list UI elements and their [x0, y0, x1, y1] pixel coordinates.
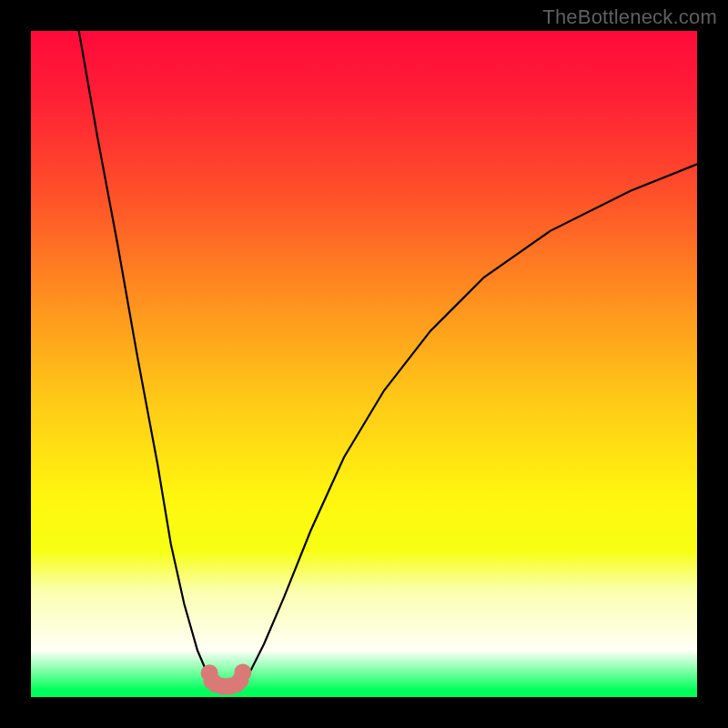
curve-left-branch — [79, 31, 215, 683]
marker-dot — [234, 663, 251, 681]
chart-frame: TheBottleneck.com — [0, 0, 728, 728]
plot-area — [31, 31, 697, 697]
chart-svg — [31, 31, 697, 697]
curve-right-branch — [241, 164, 697, 683]
watermark-text: TheBottleneck.com — [542, 5, 717, 29]
marker-cluster — [201, 663, 252, 694]
